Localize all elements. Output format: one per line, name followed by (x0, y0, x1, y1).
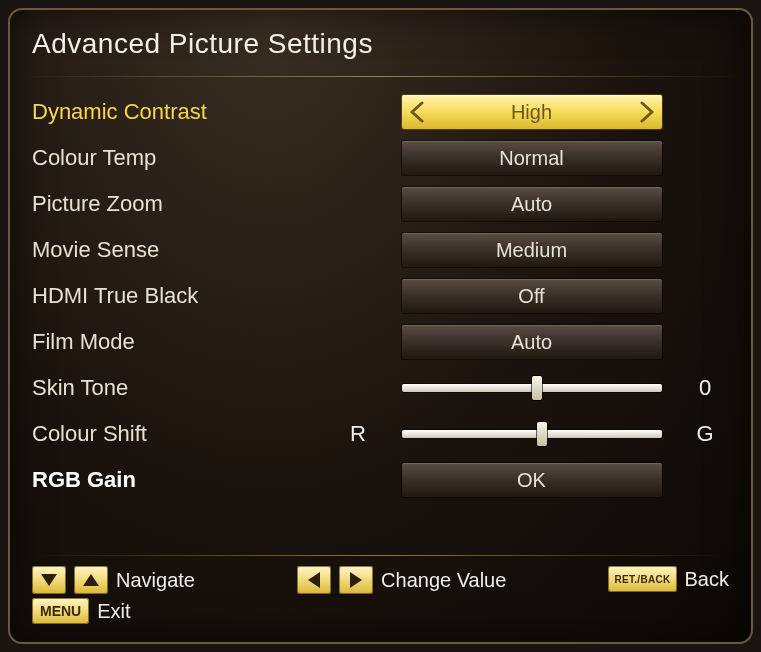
ret-back-key[interactable]: RET./BACK (608, 566, 676, 592)
setting-value: OK (517, 469, 546, 492)
chevron-down-icon (41, 574, 57, 586)
chevron-up-icon (83, 574, 99, 586)
nav-left-key[interactable] (297, 566, 331, 594)
slider-track (402, 430, 662, 438)
colour_temp-selector[interactable]: Normal (402, 141, 662, 175)
hint-change-label: Change Value (381, 569, 506, 592)
skin_tone-slider[interactable] (402, 377, 662, 399)
divider (20, 76, 741, 77)
setting-label: RGB Gain (32, 467, 342, 493)
hdmi_true_black-selector[interactable]: Off (402, 279, 662, 313)
setting-value: Normal (499, 147, 563, 170)
nav-down-key[interactable] (32, 566, 66, 594)
footer-divider (32, 555, 729, 556)
dynamic_contrast-selector[interactable]: High (402, 95, 662, 129)
setting-label: Skin Tone (32, 375, 342, 401)
hint-bar: Navigate MENU Exit Change Value RET./BAC… (32, 566, 729, 624)
nav-right-key[interactable] (339, 566, 373, 594)
setting-row-colour_temp[interactable]: Colour TempNormal (32, 135, 721, 181)
settings-panel: Advanced Picture Settings Dynamic Contra… (8, 8, 753, 644)
picture_zoom-selector[interactable]: Auto (402, 187, 662, 221)
chevron-right-icon[interactable] (632, 95, 662, 129)
setting-label: Picture Zoom (32, 191, 342, 217)
setting-row-colour_shift[interactable]: Colour ShiftRG (32, 411, 721, 457)
hint-exit-label: Exit (97, 600, 130, 623)
film_mode-selector[interactable]: Auto (402, 325, 662, 359)
setting-row-film_mode[interactable]: Film ModeAuto (32, 319, 721, 365)
movie_sense-selector[interactable]: Medium (402, 233, 662, 267)
setting-value: Medium (496, 239, 567, 262)
footer: Navigate MENU Exit Change Value RET./BAC… (24, 545, 737, 632)
menu-key[interactable]: MENU (32, 598, 89, 624)
setting-value: High (511, 101, 552, 124)
rgb_gain-button[interactable]: OK (402, 463, 662, 497)
setting-row-skin_tone[interactable]: Skin Tone0 (32, 365, 721, 411)
settings-list: Dynamic ContrastHighColour TempNormalPic… (10, 81, 751, 507)
setting-row-movie_sense[interactable]: Movie SenseMedium (32, 227, 721, 273)
setting-label: Dynamic Contrast (32, 99, 342, 125)
chevron-left-icon (308, 572, 320, 588)
hint-navigate: Navigate (32, 566, 195, 594)
slider-left-label: R (342, 421, 374, 447)
title-bar: Advanced Picture Settings (10, 10, 751, 70)
setting-row-picture_zoom[interactable]: Picture ZoomAuto (32, 181, 721, 227)
colour_shift-slider[interactable] (402, 423, 662, 445)
setting-row-hdmi_true_black[interactable]: HDMI True BlackOff (32, 273, 721, 319)
slider-thumb[interactable] (537, 422, 547, 446)
hint-back: RET./BACK Back (608, 566, 729, 592)
setting-label: HDMI True Black (32, 283, 342, 309)
setting-row-rgb_gain[interactable]: RGB GainOK (32, 457, 721, 503)
setting-label: Colour Shift (32, 421, 342, 447)
chevron-left-icon[interactable] (402, 95, 432, 129)
chevron-right-icon (350, 572, 362, 588)
slider-right-label: G (689, 421, 721, 447)
setting-label: Film Mode (32, 329, 342, 355)
setting-value: Off (518, 285, 544, 308)
setting-value: Auto (511, 193, 552, 216)
page-title: Advanced Picture Settings (32, 28, 729, 60)
hint-exit: MENU Exit (32, 598, 195, 624)
setting-label: Colour Temp (32, 145, 342, 171)
setting-row-dynamic_contrast[interactable]: Dynamic ContrastHigh (32, 89, 721, 135)
hint-change-value: Change Value (297, 566, 506, 594)
setting-value: Auto (511, 331, 552, 354)
nav-up-key[interactable] (74, 566, 108, 594)
slider-thumb[interactable] (532, 376, 542, 400)
hint-back-label: Back (685, 568, 729, 591)
slider-right-label: 0 (689, 375, 721, 401)
setting-label: Movie Sense (32, 237, 342, 263)
hint-navigate-label: Navigate (116, 569, 195, 592)
